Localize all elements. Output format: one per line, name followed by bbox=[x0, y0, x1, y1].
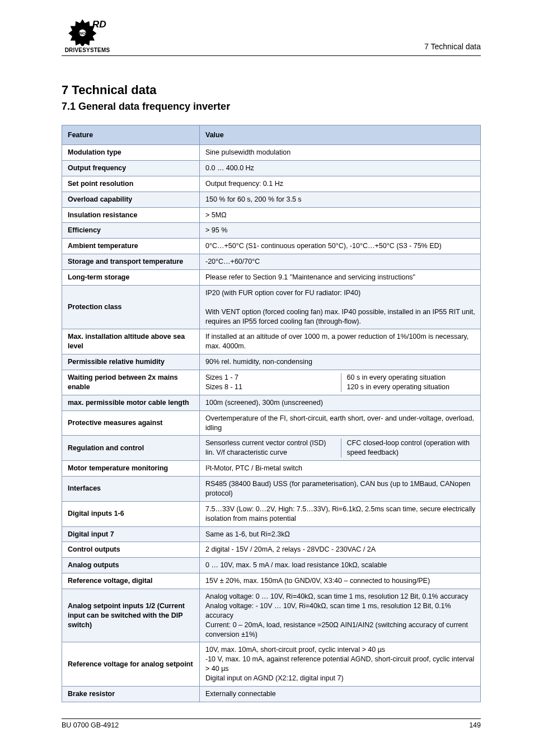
row-label: Interfaces bbox=[62, 477, 200, 502]
page-footer: BU 0700 GB-4912 149 bbox=[62, 718, 481, 729]
row-value: Sine pulsewidth modulation bbox=[200, 145, 481, 161]
row-label: Regulation and control bbox=[62, 436, 200, 461]
table-row: Regulation and controlSensorless current… bbox=[62, 436, 481, 461]
row-label: Digital input 7 bbox=[62, 526, 200, 542]
table-row: Digital input 7Same as 1-6, but Ri=2.3kΩ bbox=[62, 526, 481, 542]
row-label: Brake resistor bbox=[62, 686, 200, 702]
row-value: Analog voltage: 0 … 10V, Ri=40kΩ, scan t… bbox=[200, 589, 481, 642]
row-value: Sensorless current vector control (ISD) … bbox=[200, 436, 481, 461]
table-row: Output frequency0.0 … 400.0 Hz bbox=[62, 160, 481, 176]
table-row: InterfacesRS485 (38400 Baud) USS (for pa… bbox=[62, 477, 481, 502]
row-label: Digital inputs 1-6 bbox=[62, 501, 200, 526]
row-label: Max. installation altitude above sea lev… bbox=[62, 329, 200, 354]
row-label: Waiting period between 2x mains enable bbox=[62, 370, 200, 395]
svg-text:NO: NO bbox=[79, 31, 86, 36]
table-row: Storage and transport temperature-20°C…+… bbox=[62, 254, 481, 270]
table-row: Insulation resistance> 5MΩ bbox=[62, 207, 481, 223]
page-header: NO RD DRIVESYSTEMS 7 Technical data bbox=[62, 17, 481, 56]
row-value: -20°C…+60/70°C bbox=[200, 254, 481, 270]
row-label: Modulation type bbox=[62, 145, 200, 161]
row-value: > 95 % bbox=[200, 223, 481, 239]
table-row: Brake resistorExternally connectable bbox=[62, 686, 481, 702]
row-value: 2 digital - 15V / 20mA, 2 relays - 28VDC… bbox=[200, 542, 481, 558]
row-label: max. permissible motor cable length bbox=[62, 395, 200, 410]
row-label: Reference voltage, digital bbox=[62, 573, 200, 589]
table-row: Analog outputs0 … 10V, max. 5 mA / max. … bbox=[62, 558, 481, 573]
header-section-label: 7 Technical data bbox=[424, 42, 481, 51]
row-value: Sizes 1 - 7 Sizes 8 - 1160 s in every op… bbox=[200, 370, 481, 395]
footer-page-no: 149 bbox=[469, 721, 481, 729]
table-row: Long-term storagePlease refer to Section… bbox=[62, 270, 481, 286]
section-heading-2: 7.1 General data frequency inverter bbox=[62, 101, 481, 113]
row-value: 90% rel. humidity, non-condensing bbox=[200, 354, 481, 370]
row-label: Ambient temperature bbox=[62, 239, 200, 254]
footer-doc-id: BU 0700 GB-4912 bbox=[62, 721, 119, 729]
table-row: Reference voltage for analog setpoint10V… bbox=[62, 642, 481, 687]
table-row: max. permissible motor cable length100m … bbox=[62, 395, 481, 410]
row-value: Overtemperature of the FI, short-circuit… bbox=[200, 410, 481, 436]
row-value: > 5MΩ bbox=[200, 207, 481, 223]
table-row: Permissible relative humidity90% rel. hu… bbox=[62, 354, 481, 370]
row-label: Output frequency bbox=[62, 160, 200, 176]
row-value: 15V ± 20%, max. 150mA (to GND/0V, X3:40 … bbox=[200, 573, 481, 589]
row-label: Motor temperature monitoring bbox=[62, 461, 200, 477]
row-label: Permissible relative humidity bbox=[62, 354, 200, 370]
row-value: 150 % for 60 s, 200 % for 3.5 s bbox=[200, 192, 481, 207]
row-label: Control outputs bbox=[62, 542, 200, 558]
row-label: Protection class bbox=[62, 285, 200, 329]
row-value: 100m (screened), 300m (unscreened) bbox=[200, 395, 481, 410]
row-label: Insulation resistance bbox=[62, 207, 200, 223]
row-value: 0°C…+50°C (S1- continuous operation 50°C… bbox=[200, 239, 481, 254]
logo-subtext: DRIVESYSTEMS bbox=[65, 47, 110, 53]
table-row: Digital inputs 1-67.5…33V (Low: 0…2V, Hi… bbox=[62, 501, 481, 526]
section-heading-1: 7 Technical data bbox=[62, 83, 481, 97]
row-value: If installed at an altitude of over 1000… bbox=[200, 329, 481, 354]
table-row: Protective measures againstOvertemperatu… bbox=[62, 410, 481, 436]
row-label: Reference voltage for analog setpoint bbox=[62, 642, 200, 687]
table-row: Modulation typeSine pulsewidth modulatio… bbox=[62, 145, 481, 161]
row-value: I²t-Motor, PTC / Bi-metal switch bbox=[200, 461, 481, 477]
row-value: Please refer to Section 9.1 "Maintenance… bbox=[200, 270, 481, 286]
table-row: Max. installation altitude above sea lev… bbox=[62, 329, 481, 354]
row-value: 0 … 10V, max. 5 mA / max. load resistanc… bbox=[200, 558, 481, 573]
logo-word: RD bbox=[92, 18, 107, 30]
row-value: 7.5…33V (Low: 0…2V, High: 7.5…33V), Ri=6… bbox=[200, 501, 481, 526]
row-value: 10V, max. 10mA, short-circuit proof, cyc… bbox=[200, 642, 481, 687]
row-label: Analog outputs bbox=[62, 558, 200, 573]
row-value: Externally connectable bbox=[200, 686, 481, 702]
table-row: Set point resolutionOutput frequency: 0.… bbox=[62, 176, 481, 192]
th-feature: Feature bbox=[62, 125, 200, 145]
row-label: Long-term storage bbox=[62, 270, 200, 286]
table-row: Overload capability150 % for 60 s, 200 %… bbox=[62, 192, 481, 207]
tech-data-table: Feature Value Modulation typeSine pulsew… bbox=[62, 125, 481, 702]
table-row: Ambient temperature0°C…+50°C (S1- contin… bbox=[62, 239, 481, 254]
brand-logo: NO RD DRIVESYSTEMS bbox=[62, 17, 113, 53]
th-value: Value bbox=[200, 125, 481, 145]
row-label: Protective measures against bbox=[62, 410, 200, 436]
table-row: Motor temperature monitoringI²t-Motor, P… bbox=[62, 461, 481, 477]
row-label: Storage and transport temperature bbox=[62, 254, 200, 270]
row-value: Output frequency: 0.1 Hz bbox=[200, 176, 481, 192]
table-row: Reference voltage, digital15V ± 20%, max… bbox=[62, 573, 481, 589]
row-value: 0.0 … 400.0 Hz bbox=[200, 160, 481, 176]
table-row: Waiting period between 2x mains enableSi… bbox=[62, 370, 481, 395]
row-label: Efficiency bbox=[62, 223, 200, 239]
table-row: Protection classIP20 (with FUR option co… bbox=[62, 285, 481, 329]
row-value: IP20 (with FUR option cover for FU radia… bbox=[200, 285, 481, 329]
table-row: Analog setpoint inputs 1/2 (Current inpu… bbox=[62, 589, 481, 642]
table-row: Control outputs2 digital - 15V / 20mA, 2… bbox=[62, 542, 481, 558]
row-label: Overload capability bbox=[62, 192, 200, 207]
row-value: Same as 1-6, but Ri=2.3kΩ bbox=[200, 526, 481, 542]
row-label: Analog setpoint inputs 1/2 (Current inpu… bbox=[62, 589, 200, 642]
table-row: Efficiency> 95 % bbox=[62, 223, 481, 239]
row-label: Set point resolution bbox=[62, 176, 200, 192]
row-value: RS485 (38400 Baud) USS (for parameterisa… bbox=[200, 477, 481, 502]
gear-logo-icon: NO RD bbox=[63, 17, 112, 46]
